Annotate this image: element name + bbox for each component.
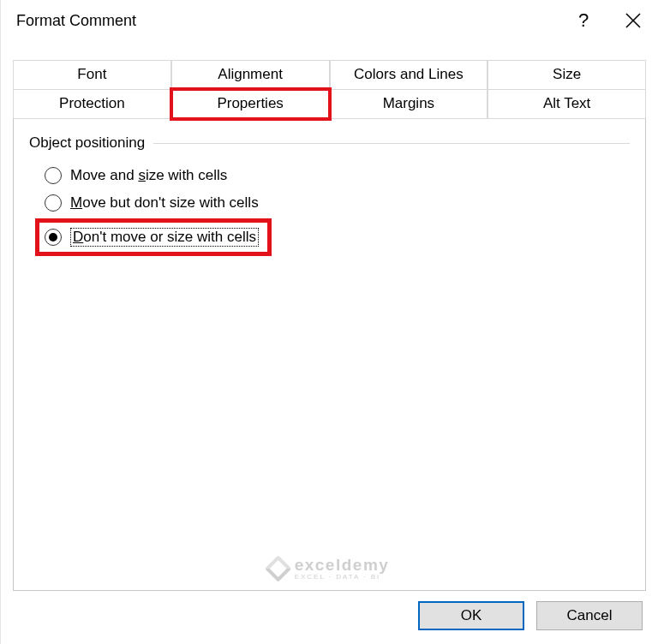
- tab-margins[interactable]: Margins: [330, 89, 488, 119]
- ok-button[interactable]: OK: [418, 601, 524, 630]
- radio-group: Move and size with cells Move but don't …: [29, 164, 630, 256]
- tab-label: Alignment: [218, 66, 283, 82]
- tab-size[interactable]: Size: [488, 60, 646, 89]
- radio-move-no-size[interactable]: Move but don't size with cells: [43, 191, 630, 215]
- highlight-dont-move: Don't move or size with cells: [35, 218, 272, 256]
- radio-icon: [45, 167, 62, 184]
- tab-label: Alt Text: [543, 95, 590, 111]
- tab-label: Properties: [217, 95, 283, 111]
- close-button[interactable]: [608, 0, 658, 41]
- radio-dont-move-or-size[interactable]: Don't move or size with cells: [43, 226, 260, 248]
- tab-label: Protection: [59, 95, 125, 111]
- dialog-buttons: OK Cancel: [1, 591, 658, 644]
- help-button[interactable]: ?: [559, 0, 608, 41]
- radio-label: Move but don't size with cells: [70, 194, 259, 212]
- radio-label: Don't move or size with cells: [70, 228, 259, 247]
- group-object-positioning: Object positioning: [29, 134, 630, 152]
- tab-row-2: Protection Properties Margins Alt Text: [13, 89, 646, 119]
- tab-alignment[interactable]: Alignment: [171, 60, 330, 89]
- tab-row-1: Font Alignment Colors and Lines Size: [13, 60, 646, 89]
- radio-icon: [45, 229, 62, 246]
- tab-label: Margins: [383, 95, 434, 111]
- button-label: OK: [461, 607, 482, 624]
- cancel-button[interactable]: Cancel: [536, 601, 643, 630]
- button-label: Cancel: [567, 607, 613, 624]
- tab-font[interactable]: Font: [13, 60, 171, 89]
- titlebar: Format Comment ?: [1, 0, 658, 41]
- radio-icon: [45, 194, 62, 212]
- radio-move-and-size[interactable]: Move and size with cells: [43, 164, 630, 188]
- tab-strip: Font Alignment Colors and Lines Size Pro…: [1, 41, 658, 119]
- close-icon: [625, 13, 641, 28]
- tab-label: Size: [553, 66, 581, 82]
- dialog-title: Format Comment: [16, 12, 559, 30]
- group-title: Object positioning: [29, 134, 145, 152]
- tab-content: Object positioning Move and size with ce…: [13, 118, 646, 591]
- tab-colors-and-lines[interactable]: Colors and Lines: [330, 60, 488, 89]
- group-divider: [153, 143, 630, 144]
- tab-properties[interactable]: Properties: [171, 89, 330, 119]
- radio-label: Move and size with cells: [70, 167, 227, 184]
- tab-label: Font: [77, 66, 106, 82]
- format-comment-dialog: Format Comment ? Font Alignment Colors a…: [0, 0, 658, 644]
- tab-alt-text[interactable]: Alt Text: [488, 89, 646, 119]
- tab-protection[interactable]: Protection: [13, 89, 171, 119]
- tab-label: Colors and Lines: [354, 66, 464, 82]
